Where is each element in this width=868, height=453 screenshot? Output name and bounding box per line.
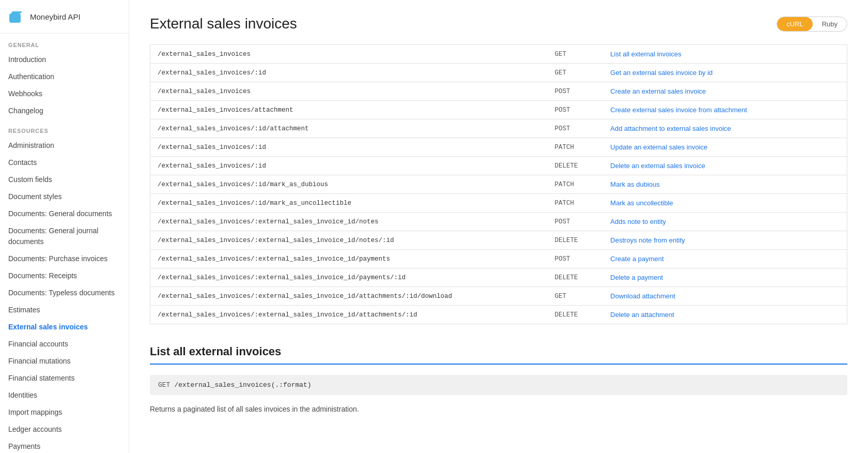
sidebar-item-financial-mutations[interactable]: Financial mutations [0, 353, 129, 370]
sidebar-item-estimates[interactable]: Estimates [0, 301, 129, 319]
api-path: /external_sales_invoices/:external_sales… [150, 231, 548, 250]
main-content: External sales invoices cURL Ruby /exter… [129, 0, 868, 453]
api-method: PATCH [547, 175, 603, 194]
sidebar-item-authentication[interactable]: Authentication [0, 68, 129, 85]
api-description-link[interactable]: Create an external sales invoice [603, 82, 847, 101]
sidebar-item-contacts[interactable]: Contacts [0, 154, 129, 171]
sidebar-item-changelog[interactable]: Changelog [0, 102, 129, 119]
sidebar-item-financial-accounts[interactable]: Financial accounts [0, 336, 129, 353]
sidebar-item-identities[interactable]: Identities [0, 387, 129, 404]
api-path: /external_sales_invoices/:external_sales… [150, 268, 548, 287]
sidebar-item-financial-statements[interactable]: Financial statements [0, 370, 129, 387]
sidebar-item-introduction[interactable]: Introduction [0, 51, 129, 68]
sidebar-item-import-mappings[interactable]: Import mappings [0, 404, 129, 421]
api-method: PATCH [547, 194, 603, 213]
api-description-link[interactable]: Update an external sales invoice [603, 138, 847, 157]
api-method: POST [547, 101, 603, 119]
table-row: /external_sales_invoices/:idGETGet an ex… [150, 64, 847, 82]
table-row: /external_sales_invoices/:external_sales… [150, 231, 847, 250]
api-path: /external_sales_invoices/:external_sales… [150, 250, 548, 268]
table-row: /external_sales_invoices/:external_sales… [150, 213, 847, 231]
api-path: /external_sales_invoices/:id [150, 157, 548, 175]
general-nav: IntroductionAuthenticationWebhooksChange… [0, 51, 129, 119]
table-row: /external_sales_invoicesGETList all exte… [150, 45, 847, 64]
table-row: /external_sales_invoices/:idDELETEDelete… [150, 157, 847, 175]
api-description-link[interactable]: Get an external sales invoice by id [603, 64, 847, 82]
table-row: /external_sales_invoices/:id/mark_as_unc… [150, 194, 847, 213]
sidebar-item-ledger-accounts[interactable]: Ledger accounts [0, 421, 129, 438]
code-path: /external_sales_invoices(.:format) [174, 381, 311, 389]
api-description-link[interactable]: Destroys note from entity [603, 231, 847, 250]
table-row: /external_sales_invoices/:external_sales… [150, 306, 847, 324]
code-method: GET [158, 381, 170, 389]
sidebar-item-payments[interactable]: Payments [0, 438, 129, 453]
general-section-label: GENERAL [0, 34, 129, 51]
sidebar-item-documents-journal[interactable]: Documents: General journal documents [0, 222, 129, 250]
logo-icon [8, 8, 25, 25]
api-description-link[interactable]: Delete an external sales invoice [603, 157, 847, 175]
table-row: /external_sales_invoices/:id/mark_as_dub… [150, 175, 847, 194]
table-row: /external_sales_invoicesPOSTCreate an ex… [150, 82, 847, 101]
api-path: /external_sales_invoices/:id/attachment [150, 119, 548, 138]
api-path: /external_sales_invoices [150, 82, 548, 101]
api-description-link[interactable]: Mark as uncollectible [603, 194, 847, 213]
api-table: /external_sales_invoicesGETList all exte… [150, 44, 847, 324]
api-description-link[interactable]: Add attachment to external sales invoice [603, 119, 847, 138]
logo-area: Moneybird API [0, 0, 129, 34]
sidebar: Moneybird API GENERAL IntroductionAuthen… [0, 0, 129, 453]
api-path: /external_sales_invoices/:external_sales… [150, 306, 548, 324]
api-path: /external_sales_invoices/:id/mark_as_dub… [150, 175, 548, 194]
page-header: External sales invoices cURL Ruby [150, 16, 847, 32]
section-heading: List all external invoices [150, 345, 847, 365]
api-method: POST [547, 213, 603, 231]
resources-section-label: RESOURCES [0, 119, 129, 137]
table-row: /external_sales_invoices/:external_sales… [150, 250, 847, 268]
api-method: DELETE [547, 157, 603, 175]
table-row: /external_sales_invoices/:id/attachmentP… [150, 119, 847, 138]
api-method: POST [547, 82, 603, 101]
api-path: /external_sales_invoices/attachment [150, 101, 548, 119]
resources-nav: AdministrationContactsCustom fieldsDocum… [0, 137, 129, 453]
sidebar-item-document-styles[interactable]: Document styles [0, 188, 129, 205]
sidebar-item-documents-typeless[interactable]: Documents: Typeless documents [0, 284, 129, 301]
table-row: /external_sales_invoices/attachmentPOSTC… [150, 101, 847, 119]
sidebar-item-custom-fields[interactable]: Custom fields [0, 171, 129, 188]
api-method: DELETE [547, 306, 603, 324]
api-path: /external_sales_invoices/:external_sales… [150, 287, 548, 306]
api-description-link[interactable]: Delete a payment [603, 268, 847, 287]
api-path: /external_sales_invoices/:id [150, 138, 548, 157]
api-method: GET [547, 45, 603, 64]
api-description-link[interactable]: Create external sales invoice from attac… [603, 101, 847, 119]
api-description-link[interactable]: Delete an attachment [603, 306, 847, 324]
api-method: DELETE [547, 231, 603, 250]
table-row: /external_sales_invoices/:external_sales… [150, 287, 847, 306]
app-title: Moneybird API [30, 12, 81, 21]
api-path: /external_sales_invoices/:external_sales… [150, 213, 548, 231]
sidebar-item-administration[interactable]: Administration [0, 137, 129, 154]
api-description-link[interactable]: Mark as dubious [603, 175, 847, 194]
api-description-link[interactable]: List all external invoices [603, 45, 847, 64]
sidebar-item-webhooks[interactable]: Webhooks [0, 85, 129, 102]
api-description-link[interactable]: Create a payment [603, 250, 847, 268]
sidebar-item-documents-receipts[interactable]: Documents: Receipts [0, 267, 129, 284]
api-method: PATCH [547, 138, 603, 157]
language-toggle[interactable]: cURL Ruby [777, 17, 847, 32]
api-path: /external_sales_invoices [150, 45, 548, 64]
ruby-button[interactable]: Ruby [813, 17, 847, 31]
sidebar-item-documents-purchase[interactable]: Documents: Purchase invoices [0, 250, 129, 267]
curl-button[interactable]: cURL [777, 17, 813, 31]
table-row: /external_sales_invoices/:external_sales… [150, 268, 847, 287]
api-description-link[interactable]: Adds note to entity [603, 213, 847, 231]
api-method: GET [547, 287, 603, 306]
api-path: /external_sales_invoices/:id [150, 64, 548, 82]
sidebar-item-external-sales-invoices[interactable]: External sales invoices [0, 319, 129, 336]
api-description-link[interactable]: Download attachment [603, 287, 847, 306]
table-row: /external_sales_invoices/:idPATCHUpdate … [150, 138, 847, 157]
api-method: POST [547, 119, 603, 138]
sidebar-item-documents-general[interactable]: Documents: General documents [0, 205, 129, 222]
api-method: POST [547, 250, 603, 268]
section-description: Returns a paginated list of all sales in… [150, 403, 847, 415]
api-method: DELETE [547, 268, 603, 287]
page-title: External sales invoices [150, 16, 297, 32]
api-method: GET [547, 64, 603, 82]
